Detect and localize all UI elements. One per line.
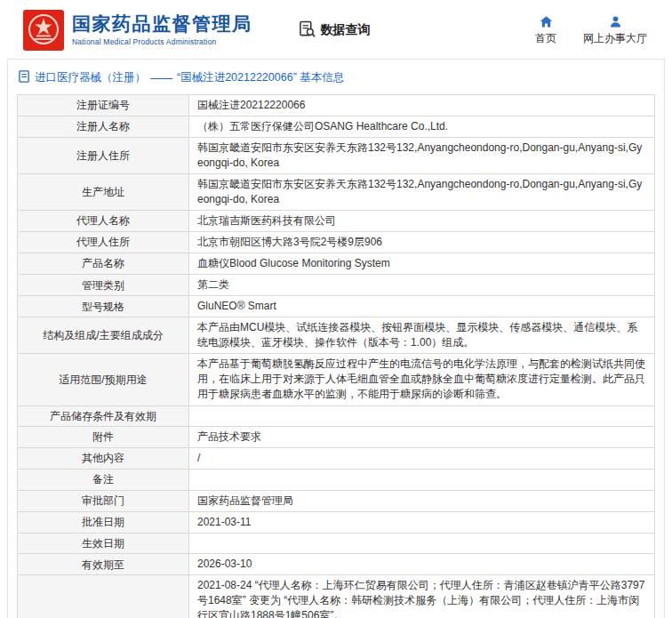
registration-info-table: 注册证编号国械注进20212220066注册人名称（株）五常医疗保健公司OSAN…: [17, 94, 655, 618]
row-value-cell: 血糖仪Blood Glucose Monitoring System: [189, 253, 655, 275]
row-value-cell: 2021-03-11: [189, 511, 655, 533]
breadcrumb-category[interactable]: 进口医疗器械（注册）: [35, 70, 146, 85]
row-label-cell: 其他内容: [18, 448, 189, 470]
table-row: 适用范围/预期用途本产品基于葡萄糖脱氢酶反应过程中产生的电流信号的电化学法原理，…: [18, 354, 655, 405]
row-value-cell: （株）五常医疗保健公司OSANG Healthcare Co.,Ltd.: [189, 116, 655, 138]
table-row: 代理人名称北京瑞吉斯医药科技有限公司: [18, 211, 655, 232]
row-label-cell: 管理类别: [18, 275, 189, 296]
header-right-nav: 首页 网上办事大厅: [535, 14, 658, 46]
table-row: 生产地址韩国京畿道安阳市东安区安养天东路132号132,Anyangcheond…: [18, 174, 655, 211]
row-value: 血糖仪Blood Glucose Monitoring System: [197, 257, 390, 269]
row-label-cell: 备注: [18, 470, 189, 491]
document-icon: [19, 70, 30, 85]
row-value: 2026-03-10: [197, 558, 252, 570]
row-value: 国械注进20212220066: [197, 99, 305, 111]
data-query-label: 数据查询: [321, 22, 371, 38]
table-row: 审批部门国家药品监督管理局: [18, 490, 655, 511]
row-value-cell: 韩国京畿道安阳市东安区安养天东路132号132,Anyangcheondong-…: [189, 174, 655, 211]
row-label: 适用范围/预期用途: [59, 373, 147, 386]
row-label-cell: 注册证编号: [18, 95, 189, 116]
row-value-cell: [189, 405, 655, 427]
row-label: 批准日期: [82, 516, 124, 528]
table-row: 生效日期: [18, 533, 655, 554]
breadcrumb-current: “国械注进20212220066” 基本信息: [177, 70, 344, 85]
row-value-cell: 国家药品监督管理局: [189, 490, 655, 511]
person-icon: [608, 14, 623, 29]
row-label-cell: 变更情况: [18, 575, 189, 618]
row-label-cell: 审批部门: [18, 490, 189, 511]
row-label-cell: 注册人名称: [18, 116, 189, 138]
data-query-icon: [299, 20, 316, 40]
row-label-cell: 批准日期: [18, 511, 189, 533]
row-label: 结构及组成/主要组成成分: [43, 329, 163, 341]
row-label-cell: 附件: [18, 427, 189, 448]
row-value-cell: 本产品由MCU模块、试纸连接器模块、按钮界面模块、显示模块、传感器模块、通信模块…: [189, 317, 655, 354]
row-value-cell: 国械注进20212220066: [189, 95, 655, 116]
nav-service-hall-label: 网上办事大厅: [583, 31, 647, 46]
row-value: 北京瑞吉斯医药科技有限公司: [197, 214, 336, 227]
row-value: 本产品由MCU模块、试纸连接器模块、按钮界面模块、显示模块、传感器模块、通信模块…: [197, 321, 637, 349]
row-value: 第二类: [197, 278, 229, 291]
table-row: 代理人住所北京市朝阳区博大路3号院2号楼9层906: [18, 232, 655, 253]
row-value-cell: 本产品基于葡萄糖脱氢酶反应过程中产生的电流信号的电化学法原理，与配套的检测试纸共…: [189, 354, 655, 405]
main-content: 进口医疗器械（注册） —— “国械注进20212220066” 基本信息 注册证…: [7, 59, 665, 618]
row-value: 2021-08-24 “代理人名称：上海环仁贸易有限公司；代理人住所：青浦区赵巷…: [197, 579, 644, 618]
table-row: 结构及组成/主要组成成分本产品由MCU模块、试纸连接器模块、按钮界面模块、显示模…: [18, 317, 655, 354]
row-value: 韩国京畿道安阳市东安区安养天东路132号132,Anyangcheondong-…: [197, 178, 642, 205]
row-value: 北京市朝阳区博大路3号院2号楼9层906: [197, 236, 382, 248]
table-row: 注册人名称（株）五常医疗保健公司OSANG Healthcare Co.,Ltd…: [18, 116, 655, 138]
national-emblem-logo: [23, 10, 64, 51]
row-label: 生效日期: [82, 537, 124, 550]
row-value: （株）五常医疗保健公司OSANG Healthcare Co.,Ltd.: [197, 120, 448, 132]
row-label-cell: 适用范围/预期用途: [18, 354, 189, 405]
row-value: 本产品基于葡萄糖脱氢酶反应过程中产生的电流信号的电化学法原理，与配套的检测试纸共…: [197, 357, 645, 400]
row-label-cell: 型号规格: [18, 296, 189, 317]
breadcrumb-separator: ——: [150, 72, 172, 84]
row-label: 有效期至: [82, 558, 124, 571]
row-label-cell: 注册人住所: [18, 138, 189, 174]
row-value-cell: 2026-03-10: [189, 554, 655, 575]
breadcrumb: 进口医疗器械（注册） —— “国械注进20212220066” 基本信息: [19, 70, 655, 85]
table-row: 产品名称血糖仪Blood Glucose Monitoring System: [18, 253, 655, 275]
nav-home-label: 首页: [535, 31, 556, 46]
row-value-cell: 北京市朝阳区博大路3号院2号楼9层906: [189, 232, 655, 253]
row-label: 管理类别: [82, 279, 124, 292]
row-label: 注册人住所: [76, 149, 130, 162]
table-row: 注册人住所韩国京畿道安阳市东安区安养天东路132号132,Anyangcheon…: [18, 138, 655, 174]
table-row: 其他内容/: [18, 448, 655, 470]
row-label: 其他内容: [82, 452, 124, 464]
table-row: 型号规格GluNEO® Smart: [18, 296, 655, 317]
nav-home[interactable]: 首页: [535, 14, 556, 46]
nav-service-hall[interactable]: 网上办事大厅: [583, 14, 647, 46]
row-label: 型号规格: [82, 301, 124, 313]
table-row: 产品储存条件及有效期: [18, 405, 655, 427]
table-row: 有效期至2026-03-10: [18, 554, 655, 575]
site-title: 国家药品监督管理局: [72, 13, 252, 35]
data-query-link[interactable]: 数据查询: [299, 20, 371, 40]
row-value-cell: [189, 533, 655, 554]
row-label: 备注: [92, 473, 114, 486]
row-label: 产品名称: [82, 257, 124, 269]
home-icon: [539, 14, 554, 29]
row-value: /: [197, 452, 200, 464]
row-label-cell: 生产地址: [18, 174, 189, 211]
table-row: 备注: [18, 470, 655, 491]
row-value: 2021-03-11: [197, 516, 252, 528]
row-label-cell: 代理人住所: [18, 232, 189, 253]
row-label: 审批部门: [82, 494, 124, 507]
table-row: 管理类别第二类: [18, 275, 655, 296]
table-row: 批准日期2021-03-11: [18, 511, 655, 533]
row-value: 国家药品监督管理局: [197, 494, 293, 507]
site-logo-block: 国家药品监督管理局 National Medical Products Admi…: [23, 10, 252, 51]
row-label-cell: 产品储存条件及有效期: [18, 405, 189, 427]
row-label-cell: 产品名称: [18, 253, 189, 275]
table-row: 注册证编号国械注进20212220066: [18, 95, 655, 116]
row-value-cell: 2021-08-24 “代理人名称：上海环仁贸易有限公司；代理人住所：青浦区赵巷…: [189, 575, 655, 618]
info-table-body: 注册证编号国械注进20212220066注册人名称（株）五常医疗保健公司OSAN…: [18, 95, 655, 618]
row-value: 产品技术要求: [197, 430, 261, 443]
row-label: 附件: [92, 430, 114, 443]
row-label: 代理人住所: [76, 236, 130, 248]
row-value: 韩国京畿道安阳市东安区安养天东路132号132,Anyangcheondong-…: [197, 141, 642, 169]
row-label-cell: 结构及组成/主要组成成分: [18, 317, 189, 354]
row-label: 生产地址: [82, 186, 124, 198]
